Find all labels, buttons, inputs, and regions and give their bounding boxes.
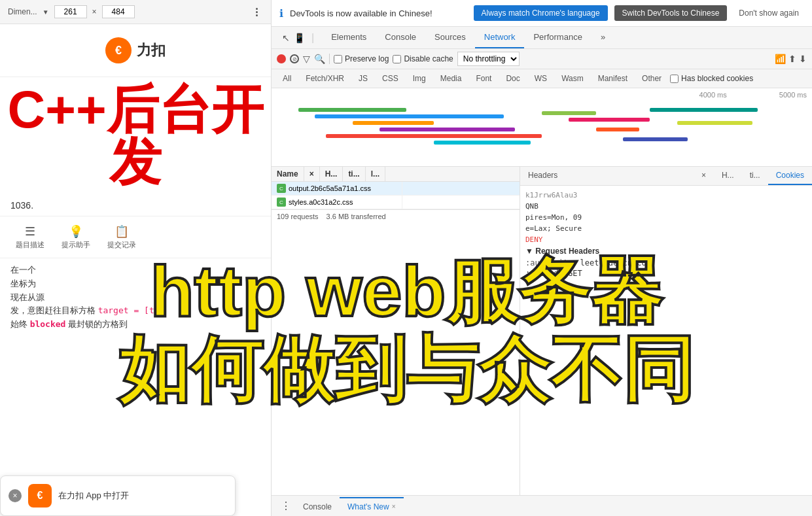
wifi-icon[interactable]: 📶 bbox=[775, 54, 786, 64]
network-toolbar: ⊘ ▽ 🔍 Preserve log Disable cache No thro… bbox=[272, 49, 812, 69]
tab-desc-icon: ☰ bbox=[25, 224, 35, 239]
filter-font[interactable]: Font bbox=[470, 72, 497, 85]
wf-bar-1 bbox=[298, 108, 406, 112]
network-row-2[interactable]: C styles.a0c31a2c.css bbox=[272, 196, 520, 209]
waterfall-label-4000: 4000 ms bbox=[699, 91, 727, 99]
match-language-button[interactable]: Always match Chrome's language bbox=[474, 5, 608, 21]
wf-bar-4 bbox=[380, 128, 515, 131]
rd-tab-h[interactable]: H... bbox=[714, 167, 742, 185]
notif-close-button[interactable]: × bbox=[9, 489, 22, 502]
nr-filename-2: styles.a0c31a2c.css bbox=[289, 198, 353, 206]
notif-text: 在力扣 App 中打开 bbox=[58, 490, 129, 502]
devtools-notification: ℹ DevTools is now available in Chinese! … bbox=[272, 0, 812, 27]
device-icon[interactable]: 📱 bbox=[294, 33, 305, 43]
tab-hints-icon: 💡 bbox=[69, 224, 83, 239]
request-headers-title: ▼ Request Headers bbox=[525, 247, 807, 256]
tab-submissions[interactable]: 📋 提交记录 bbox=[102, 222, 141, 252]
download-icon[interactable]: ⬇ bbox=[799, 54, 807, 64]
cookie-line-1: k1Jrrw6Alau3 bbox=[525, 191, 807, 199]
filter-js[interactable]: JS bbox=[353, 72, 374, 85]
search-icon[interactable]: 🔍 bbox=[314, 54, 325, 64]
filter-css[interactable]: CSS bbox=[376, 72, 404, 85]
bottom-tab-console-label: Console bbox=[303, 502, 332, 511]
waterfall-labels: 4000 ms 5000 ms bbox=[272, 88, 812, 101]
tab-problem-desc[interactable]: ☰ 题目描述 bbox=[10, 222, 50, 252]
disable-cache-checkbox[interactable]: Disable cache bbox=[393, 54, 453, 63]
logo-icon-char: € bbox=[115, 44, 122, 58]
bottom-bar: ⋮ Console What's New × bbox=[272, 495, 812, 516]
header-col2: H... bbox=[320, 167, 344, 181]
rd-tab-headers[interactable]: Headers bbox=[520, 167, 565, 185]
nr-name-1: C output.2b6c5a5a71a1.css bbox=[272, 182, 402, 195]
wf-bar-12 bbox=[677, 121, 753, 125]
tab-network[interactable]: Network bbox=[475, 27, 525, 48]
filter-icon[interactable]: ▽ bbox=[303, 54, 310, 64]
nr-name-2: C styles.a0c31a2c.css bbox=[272, 196, 402, 209]
preserve-log-checkbox[interactable]: Preserve log bbox=[334, 54, 389, 63]
filter-doc[interactable]: Doc bbox=[500, 72, 525, 85]
filter-manifest[interactable]: Manifest bbox=[592, 72, 633, 85]
filter-img[interactable]: Img bbox=[407, 72, 432, 85]
bottom-settings-icon[interactable]: ⋮ bbox=[277, 496, 295, 516]
rd-tab-ti[interactable]: ti... bbox=[742, 167, 768, 185]
sub-info: 1036. bbox=[0, 195, 271, 216]
preserve-log-input[interactable] bbox=[334, 55, 342, 63]
tab-more[interactable]: » bbox=[591, 27, 614, 48]
waterfall-area: 4000 ms 5000 ms bbox=[272, 88, 812, 167]
filter-other[interactable]: Other bbox=[636, 72, 667, 85]
content-area: 在一个 坐标为 现在从源 发，意图赶往目标方格 target = [t 始终 b… bbox=[0, 258, 271, 337]
notification-bar: × € 在力扣 App 中打开 bbox=[0, 475, 236, 516]
switch-chinese-button[interactable]: Switch DevTools to Chinese bbox=[614, 5, 728, 21]
rd-close-button[interactable]: × bbox=[694, 167, 714, 185]
cookie-val-snippet3: pires=Mon, 09 bbox=[525, 213, 582, 222]
wf-bar-11 bbox=[650, 108, 758, 112]
logo-icon: € bbox=[105, 37, 132, 63]
height-input[interactable] bbox=[102, 5, 135, 18]
wf-bar-3 bbox=[353, 121, 434, 125]
network-main: Name × H... ti... l... C output.2b6c5a5a… bbox=[272, 167, 812, 495]
rd-content: k1Jrrw6Alau3 QNB pires=Mon, 09 e=Lax; Se… bbox=[520, 186, 812, 495]
upload-icon[interactable]: ⬆ bbox=[788, 54, 796, 64]
bottom-tab-whatsnew[interactable]: What's New × bbox=[340, 497, 403, 515]
record-button[interactable] bbox=[277, 54, 286, 63]
cursor-icon[interactable]: ↖ bbox=[282, 33, 290, 43]
filter-ws[interactable]: WS bbox=[529, 72, 553, 85]
rd-tab-cookies[interactable]: Cookies bbox=[768, 167, 812, 185]
dont-show-again-button[interactable]: Don't show again bbox=[733, 5, 804, 21]
main-title: C++后台开发 bbox=[0, 77, 271, 195]
stop-button[interactable]: ⊘ bbox=[290, 54, 299, 63]
tab-elements[interactable]: Elements bbox=[322, 27, 376, 48]
tab-console[interactable]: Console bbox=[376, 27, 425, 48]
tab-desc-label: 题目描述 bbox=[16, 240, 44, 250]
width-input[interactable] bbox=[54, 5, 87, 18]
tab-sources[interactable]: Sources bbox=[425, 27, 475, 48]
filter-wasm[interactable]: Wasm bbox=[556, 72, 590, 85]
header-method-row: :method: GET bbox=[525, 269, 807, 278]
header-name: Name bbox=[272, 167, 304, 181]
sub-info-text: 1036. bbox=[10, 200, 33, 211]
has-blocked-checkbox[interactable]: Has blocked cookies bbox=[670, 72, 753, 85]
header-authority-val: leetcode-cn.com bbox=[580, 258, 650, 267]
network-row-1[interactable]: C output.2b6c5a5a71a1.css bbox=[272, 182, 520, 196]
header-col3: ti... bbox=[343, 167, 365, 181]
filter-all[interactable]: All bbox=[277, 72, 297, 85]
stop-icon: ⊘ bbox=[292, 56, 297, 62]
throttle-select[interactable]: No throttling bbox=[457, 52, 520, 66]
whatsnew-close-icon[interactable]: × bbox=[392, 503, 396, 510]
tab-performance[interactable]: Performance bbox=[524, 27, 591, 48]
bottom-tab-whatsnew-label: What's New bbox=[347, 502, 389, 511]
cookie-line-4: e=Lax; Secure bbox=[525, 224, 807, 233]
tab-hints-label: 提示助手 bbox=[62, 240, 90, 250]
tab-hints[interactable]: 💡 提示助手 bbox=[56, 222, 96, 252]
bottom-tab-console[interactable]: Console bbox=[295, 497, 340, 515]
disable-cache-input[interactable] bbox=[393, 55, 401, 63]
filter-fetch[interactable]: Fetch/XHR bbox=[300, 72, 350, 85]
dim-dropdown-icon[interactable]: ▼ bbox=[43, 9, 49, 16]
content-p4: 发，意图赶往目标方格 target = [t bbox=[10, 304, 260, 318]
header-close[interactable]: × bbox=[304, 167, 320, 181]
more-button[interactable] bbox=[250, 5, 263, 18]
stats-requests: 109 requests bbox=[277, 213, 319, 220]
filter-media[interactable]: Media bbox=[434, 72, 468, 85]
has-blocked-input[interactable] bbox=[670, 75, 679, 83]
stats-transferred: 3.6 MB transferred bbox=[327, 213, 386, 220]
